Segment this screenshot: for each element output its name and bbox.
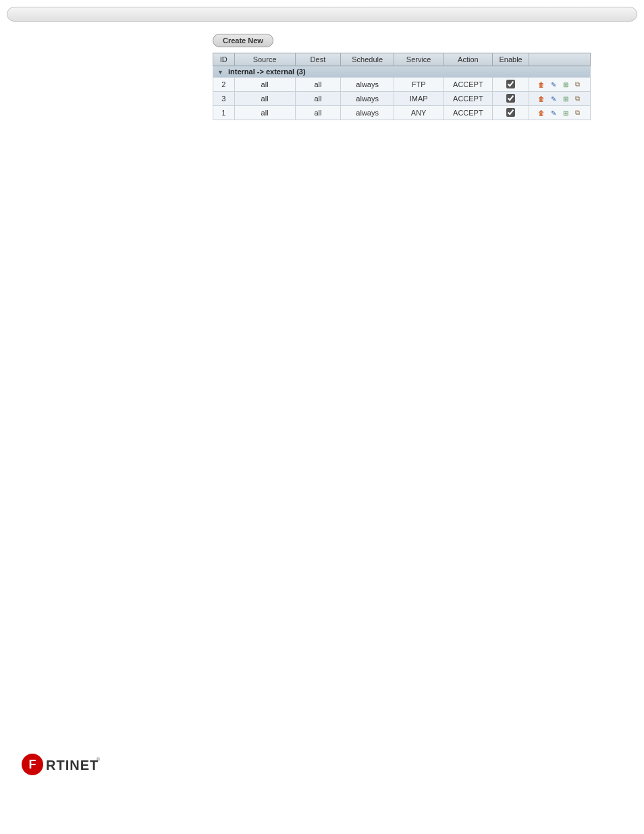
cell-dest: all (295, 92, 341, 106)
edit-icon[interactable]: ✎ (548, 93, 559, 104)
cell-action: ACCEPT (444, 78, 493, 92)
col-header-source: Source (234, 53, 295, 66)
cell-source: all (234, 92, 295, 106)
policy-content-area: Create New ID Source Dest Schedule Servi… (213, 34, 591, 120)
enable-checkbox-row1[interactable] (506, 94, 515, 103)
cell-id: 2 (213, 78, 235, 92)
delete-icon[interactable]: 🗑 (536, 79, 547, 90)
enable-checkbox-row0[interactable] (506, 80, 515, 88)
cell-schedule: always (341, 106, 394, 120)
logo-svg: F RTINET ® (20, 750, 101, 780)
col-header-dest: Dest (295, 53, 341, 66)
copy-icon[interactable]: ⧉ (572, 107, 583, 118)
col-header-action: Action (444, 53, 493, 66)
group-arrow-icon[interactable]: ▼ (217, 69, 223, 76)
svg-text:RTINET: RTINET (46, 758, 99, 773)
svg-text:F: F (29, 758, 36, 771)
group-header-row: ▼ internal -> external (3) (213, 66, 591, 78)
move-icon[interactable]: ⊞ (560, 79, 571, 90)
fortinet-logo: F RTINET ® (20, 750, 101, 780)
cell-id: 1 (213, 106, 235, 120)
cell-action: ACCEPT (444, 92, 493, 106)
cell-row-actions: 🗑 ✎ ⊞ ⧉ (529, 92, 590, 106)
cell-schedule: always (341, 92, 394, 106)
cell-service: IMAP (394, 92, 444, 106)
delete-icon[interactable]: 🗑 (536, 93, 547, 104)
col-header-id: ID (213, 53, 235, 66)
edit-icon[interactable]: ✎ (548, 107, 559, 118)
top-navigation-bar (7, 7, 637, 22)
cell-service: FTP (394, 78, 444, 92)
move-icon[interactable]: ⊞ (560, 107, 571, 118)
enable-checkbox-row2[interactable] (506, 108, 515, 117)
group-header-label: ▼ internal -> external (3) (213, 66, 591, 78)
table-row: 1 all all always ANY ACCEPT 🗑 ✎ ⊞ ⧉ (213, 106, 591, 120)
edit-icon[interactable]: ✎ (548, 79, 559, 90)
cell-enable[interactable] (493, 78, 529, 92)
cell-row-actions: 🗑 ✎ ⊞ ⧉ (529, 106, 590, 120)
delete-icon[interactable]: 🗑 (536, 107, 547, 118)
cell-dest: all (295, 78, 341, 92)
create-new-button[interactable]: Create New (213, 34, 273, 47)
table-row: 3 all all always IMAP ACCEPT 🗑 ✎ ⊞ ⧉ (213, 92, 591, 106)
table-row: 2 all all always FTP ACCEPT 🗑 ✎ ⊞ ⧉ (213, 78, 591, 92)
svg-text:®: ® (97, 757, 101, 762)
cell-dest: all (295, 106, 341, 120)
cell-source: all (234, 78, 295, 92)
col-header-schedule: Schedule (341, 53, 394, 66)
move-icon[interactable]: ⊞ (560, 93, 571, 104)
cell-id: 3 (213, 92, 235, 106)
copy-icon[interactable]: ⧉ (572, 93, 583, 104)
cell-service: ANY (394, 106, 444, 120)
cell-schedule: always (341, 78, 394, 92)
policy-table: ID Source Dest Schedule Service Action E… (213, 53, 591, 120)
col-header-actions (529, 53, 590, 66)
copy-icon[interactable]: ⧉ (572, 79, 583, 90)
cell-action: ACCEPT (444, 106, 493, 120)
col-header-service: Service (394, 53, 444, 66)
cell-enable[interactable] (493, 106, 529, 120)
cell-row-actions: 🗑 ✎ ⊞ ⧉ (529, 78, 590, 92)
cell-enable[interactable] (493, 92, 529, 106)
table-header-row: ID Source Dest Schedule Service Action E… (213, 53, 591, 66)
col-header-enable: Enable (493, 53, 529, 66)
cell-source: all (234, 106, 295, 120)
